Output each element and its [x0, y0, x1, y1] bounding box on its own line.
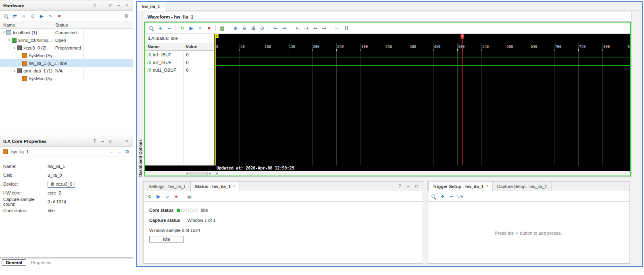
- goto-start-icon[interactable]: ⇤: [271, 24, 279, 32]
- zoom-out-minus-icon[interactable]: −: [165, 24, 173, 32]
- maximize-icon[interactable]: ◻: [414, 184, 419, 188]
- stop-trigger-icon[interactable]: ■: [55, 12, 63, 20]
- run-all-triggers-icon[interactable]: »: [163, 192, 171, 201]
- add-probe-plus-icon[interactable]: +: [515, 230, 519, 236]
- column-status[interactable]: Status: [55, 23, 68, 27]
- minimize-icon[interactable]: –: [406, 184, 411, 188]
- horizontal-scrollbar[interactable]: ◂ ▸ ◂: [145, 171, 630, 176]
- forward-icon[interactable]: →: [117, 149, 122, 155]
- float-icon[interactable]: ⌐: [116, 139, 121, 143]
- time-tick: [264, 49, 264, 51]
- waveform-panel-header[interactable]: Waveform - hw_ila_1: [144, 12, 631, 22]
- settings-icon[interactable]: ⚙: [123, 12, 131, 20]
- measure-icon[interactable]: H: [342, 24, 350, 32]
- column-name[interactable]: Name: [0, 23, 15, 27]
- help-icon[interactable]: ?: [92, 139, 97, 143]
- hardware-tree-row[interactable]: SysMon (Sy...: [0, 52, 133, 59]
- run-trigger-icon[interactable]: ▶: [38, 12, 46, 20]
- signal-row[interactable]: in2_IBUF0: [145, 58, 214, 66]
- run-trigger-immediate-icon[interactable]: ↻: [146, 192, 154, 201]
- zoom-in-plus-icon[interactable]: +: [156, 24, 164, 32]
- column-name[interactable]: Name: [145, 43, 183, 50]
- goto-end-icon[interactable]: ⇥: [280, 24, 288, 32]
- close-icon[interactable]: ×: [233, 184, 236, 188]
- remove-probe-icon[interactable]: −: [447, 192, 455, 201]
- ila-properties-header[interactable]: ILA Core Properties ?–◻⌐×: [0, 136, 133, 147]
- hardware-tree-row[interactable]: ∨arm_dap_1 (1)N/A: [0, 67, 133, 74]
- scroll-right-icon[interactable]: ▸: [208, 172, 212, 175]
- scroll-left-icon[interactable]: ◂: [215, 172, 219, 175]
- search-icon[interactable]: [2, 12, 10, 20]
- previous-transition-icon[interactable]: ⇠: [294, 24, 302, 32]
- search-icon[interactable]: [429, 192, 438, 201]
- tree-expander-icon[interactable]: ∨: [2, 31, 6, 34]
- run-trigger-icon[interactable]: ▶: [187, 24, 195, 32]
- tab-properties[interactable]: Properties: [27, 260, 55, 265]
- tab-capture-setup-hw-ila-1[interactable]: Capture Setup - hw_ila_1: [493, 182, 551, 191]
- zoom-fit-icon[interactable]: ⊞: [249, 24, 257, 32]
- hardware-tree-row[interactable]: hw_ila_1 (u_...Idle: [0, 59, 133, 67]
- signal-row[interactable]: out1_OBUF0: [145, 66, 214, 74]
- program-device-icon[interactable]: ≡: [20, 12, 28, 20]
- zoom-to-cursor-icon[interactable]: ⊙: [258, 24, 266, 32]
- search-icon[interactable]: [147, 24, 155, 32]
- device-chip-button[interactable]: ▦xczu3_0: [48, 181, 75, 188]
- time-tick: [385, 49, 385, 51]
- maximize-icon[interactable]: ◻: [108, 3, 113, 8]
- minimize-icon[interactable]: –: [100, 3, 105, 8]
- hardware-tree-row[interactable]: ∨localhost (1)Connected: [0, 29, 133, 36]
- zoom-out-icon[interactable]: ⊖: [240, 24, 248, 32]
- maximize-icon[interactable]: ◻: [108, 139, 113, 143]
- minimize-icon[interactable]: –: [100, 139, 105, 143]
- add-probe-icon[interactable]: +: [438, 192, 446, 201]
- tree-expander-icon[interactable]: ∨: [12, 69, 17, 72]
- run-trigger-icon[interactable]: ▶: [154, 192, 163, 201]
- scroll-left-icon[interactable]: ◂: [185, 172, 189, 175]
- hardware-tree-row[interactable]: ∨xilinx_tcf/Xilinx/...Open: [0, 36, 133, 44]
- run-all-triggers-icon[interactable]: »: [196, 24, 204, 32]
- tree-expander-icon[interactable]: ∨: [7, 38, 12, 42]
- run-all-triggers-icon[interactable]: »: [46, 12, 54, 20]
- column-value[interactable]: Value: [183, 43, 214, 50]
- waveform-canvas[interactable]: 0501001502002503003504004505005506006507…: [215, 34, 630, 176]
- hardware-tree-row[interactable]: ∨xczu3_0 (2)Programmed: [0, 44, 133, 52]
- zoom-in-icon[interactable]: ⊕: [231, 24, 240, 32]
- close-icon[interactable]: ×: [486, 184, 489, 188]
- stop-trigger-icon[interactable]: ■: [205, 24, 213, 32]
- device-name: localhost (1): [13, 30, 37, 35]
- run-trigger-immediate-icon[interactable]: ↻: [178, 24, 186, 32]
- goto-trigger-left-icon[interactable]: ↤: [311, 24, 319, 32]
- next-transition-icon[interactable]: ⇢: [302, 24, 311, 32]
- goto-trigger-right-icon[interactable]: ↦: [320, 24, 328, 32]
- refresh-disabled-icon[interactable]: ∅: [29, 12, 37, 20]
- tab-trigger-setup-hw-ila-1[interactable]: Trigger Setup - hw_ila_1×: [428, 182, 493, 191]
- panel-title: Hardware: [3, 3, 24, 8]
- scrollbar-thumb[interactable]: [189, 172, 208, 175]
- dashboard-tab[interactable]: hw_ila_1: [137, 2, 165, 11]
- help-icon[interactable]: ?: [92, 3, 97, 8]
- hardware-tree-row[interactable]: SysMon (Sy...: [0, 74, 133, 82]
- stop-trigger-icon[interactable]: ■: [172, 192, 180, 201]
- settings-icon[interactable]: ⚙: [125, 149, 130, 155]
- back-icon[interactable]: ←: [108, 149, 114, 155]
- help-icon[interactable]: ?: [397, 184, 402, 188]
- tab-status-hw-ila-1[interactable]: Status - hw_ila_1×: [190, 182, 240, 191]
- close-icon[interactable]: ×: [124, 139, 129, 143]
- auto-connect-icon[interactable]: ⇄: [11, 12, 19, 20]
- trigger-mode-dropdown-icon[interactable]: ▽▾: [456, 192, 464, 201]
- tab-settings-hw-ila-1[interactable]: Settings - hw_ila_1: [144, 182, 190, 191]
- tab-general[interactable]: General: [2, 259, 26, 266]
- cursor-marker-flag[interactable]: 0: [215, 34, 219, 38]
- panel-splitter[interactable]: [2, 134, 131, 134]
- signal-row[interactable]: in1_IBUF0: [145, 51, 214, 58]
- tree-expander-icon[interactable]: ∨: [12, 46, 17, 50]
- close-icon[interactable]: ×: [124, 3, 129, 8]
- hardware-panel-header[interactable]: Hardware ?–◻⌐×: [0, 0, 133, 11]
- dashboard-options-strip[interactable]: Dashboard Options: [137, 12, 144, 177]
- float-icon[interactable]: ⌐: [116, 3, 121, 8]
- trigger-marker-flag[interactable]: T: [461, 34, 464, 39]
- add-marker-icon[interactable]: ⊢: [333, 24, 342, 32]
- export-data-icon[interactable]: ▤: [218, 24, 226, 32]
- capture-status-settings-disabled-icon[interactable]: ▣: [185, 192, 194, 201]
- panel-title: ILA Core Properties: [3, 139, 47, 144]
